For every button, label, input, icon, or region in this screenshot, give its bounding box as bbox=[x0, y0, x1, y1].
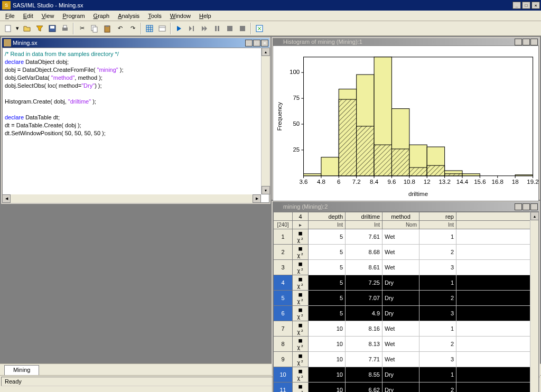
cell-driltime[interactable]: 7.71 bbox=[346, 352, 383, 367]
cell-method[interactable]: Dry bbox=[383, 367, 419, 382]
data-table[interactable]: 4 depth driltime method rep [240] ▸ Int … bbox=[273, 211, 539, 392]
maximize-button[interactable]: □ bbox=[522, 2, 530, 9]
table-row[interactable]: 7■ χ²108.16Wet1 bbox=[274, 321, 539, 337]
redo-button[interactable]: ↷ bbox=[127, 23, 138, 34]
col-depth[interactable]: depth bbox=[309, 212, 346, 221]
table-row[interactable]: 5■ χ²57.07Dry2 bbox=[274, 291, 539, 306]
row-marker[interactable]: ■ χ² bbox=[293, 229, 309, 245]
code-window-titlebar[interactable]: Mining.sx _ □ × bbox=[2, 38, 269, 48]
menu-file[interactable]: File bbox=[1, 12, 19, 20]
stop2-button[interactable] bbox=[237, 23, 248, 34]
menu-graph[interactable]: Graph bbox=[89, 12, 114, 20]
cell-rep[interactable]: 1 bbox=[419, 275, 456, 291]
save-button[interactable] bbox=[46, 23, 58, 34]
cell-method[interactable]: Dry bbox=[383, 382, 419, 393]
cell-depth[interactable]: 5 bbox=[309, 291, 346, 306]
cell-driltime[interactable]: 8.61 bbox=[346, 260, 383, 275]
cell-method[interactable]: Dry bbox=[383, 306, 419, 321]
print-button[interactable] bbox=[59, 23, 71, 34]
menu-analysis[interactable]: Analysis bbox=[114, 12, 144, 20]
row-marker[interactable]: ■ χ² bbox=[293, 367, 309, 382]
undo-button[interactable]: ↶ bbox=[114, 23, 126, 34]
cell-rep[interactable]: 2 bbox=[419, 382, 456, 393]
cell-driltime[interactable]: 6.62 bbox=[346, 382, 383, 393]
copy-button[interactable] bbox=[89, 23, 100, 34]
code-close-button[interactable]: × bbox=[261, 40, 268, 46]
cut-button[interactable]: ✂ bbox=[76, 23, 88, 34]
new-button[interactable] bbox=[2, 23, 14, 34]
col-count-header[interactable]: 4 bbox=[293, 212, 309, 221]
row-marker[interactable]: ■ χ² bbox=[293, 275, 309, 291]
row-marker[interactable]: ■ χ² bbox=[293, 245, 309, 260]
cell-rep[interactable]: 3 bbox=[419, 306, 456, 321]
table-window-titlebar[interactable]: mining (Mining):2 _ □ × bbox=[273, 202, 539, 211]
menu-edit[interactable]: Edit bbox=[19, 12, 38, 20]
histogram-minimize-button[interactable]: _ bbox=[515, 39, 522, 45]
cell-method[interactable]: Wet bbox=[383, 229, 419, 245]
scroll-down-icon[interactable]: ▼ bbox=[262, 186, 270, 194]
cell-rep[interactable]: 1 bbox=[419, 321, 456, 337]
row-marker[interactable]: ■ χ² bbox=[293, 352, 309, 367]
row-count-header[interactable]: [240] bbox=[274, 221, 293, 229]
cell-depth[interactable]: 10 bbox=[309, 337, 346, 352]
cell-driltime[interactable]: 8.16 bbox=[346, 321, 383, 337]
histogram-window-titlebar[interactable]: Histogram of mining (Mining):1 _ □ × bbox=[273, 38, 539, 45]
row-header[interactable]: 7 bbox=[274, 321, 293, 337]
table-row[interactable]: 11■ χ²106.62Dry2 bbox=[274, 382, 539, 393]
row-header[interactable]: 9 bbox=[274, 352, 293, 367]
cell-depth[interactable]: 5 bbox=[309, 229, 346, 245]
cell-depth[interactable]: 10 bbox=[309, 382, 346, 393]
cell-rep[interactable]: 1 bbox=[419, 367, 456, 382]
histogram-maximize-button[interactable]: □ bbox=[523, 39, 530, 45]
table-row[interactable]: 4■ χ²57.25Dry1 bbox=[274, 275, 539, 291]
cell-driltime[interactable]: 8.55 bbox=[346, 367, 383, 382]
row-marker[interactable]: ■ χ² bbox=[293, 382, 309, 393]
table-row[interactable]: 10■ χ²108.55Dry1 bbox=[274, 367, 539, 382]
cell-driltime[interactable]: 7.25 bbox=[346, 275, 383, 291]
cell-depth[interactable]: 5 bbox=[309, 260, 346, 275]
row-header[interactable]: 3 bbox=[274, 260, 293, 275]
cell-method[interactable]: Wet bbox=[383, 337, 419, 352]
cell-method[interactable]: Dry bbox=[383, 291, 419, 306]
code-editor[interactable]: /* Read in data from the samples directo… bbox=[2, 48, 269, 203]
cell-rep[interactable]: 3 bbox=[419, 352, 456, 367]
row-header[interactable]: 11 bbox=[274, 382, 293, 393]
cell-rep[interactable]: 2 bbox=[419, 245, 456, 260]
filter-button[interactable] bbox=[34, 23, 45, 34]
cell-rep[interactable]: 2 bbox=[419, 337, 456, 352]
cell-method[interactable]: Wet bbox=[383, 260, 419, 275]
table-maximize-button[interactable]: □ bbox=[523, 203, 530, 210]
col-rep[interactable]: rep bbox=[419, 212, 456, 221]
cell-driltime[interactable]: 7.61 bbox=[346, 229, 383, 245]
row-marker[interactable]: ■ χ² bbox=[293, 321, 309, 337]
table-row[interactable]: 9■ χ²107.71Wet3 bbox=[274, 352, 539, 367]
cell-depth[interactable]: 10 bbox=[309, 367, 346, 382]
table-scroll-up-icon[interactable]: ▲ bbox=[530, 212, 539, 220]
row-header[interactable]: 5 bbox=[274, 291, 293, 306]
cell-driltime[interactable]: 7.07 bbox=[346, 291, 383, 306]
code-maximize-button[interactable]: □ bbox=[253, 40, 260, 46]
row-marker[interactable]: ■ χ² bbox=[293, 306, 309, 321]
table-row[interactable]: 1■ χ²57.61Wet1 bbox=[274, 229, 539, 245]
new-dropdown[interactable]: ▾ bbox=[15, 23, 20, 34]
histogram-close-button[interactable]: × bbox=[530, 39, 538, 45]
cell-rep[interactable]: 3 bbox=[419, 260, 456, 275]
cell-depth[interactable]: 10 bbox=[309, 352, 346, 367]
scroll-right-icon[interactable]: ▶ bbox=[253, 194, 261, 203]
run-button[interactable] bbox=[173, 23, 185, 34]
minimize-button[interactable]: _ bbox=[512, 2, 521, 9]
cell-method[interactable]: Wet bbox=[383, 321, 419, 337]
row-header[interactable]: 6 bbox=[274, 306, 293, 321]
close-button[interactable]: × bbox=[531, 2, 540, 9]
cell-method[interactable]: Wet bbox=[383, 245, 419, 260]
code-minimize-button[interactable]: _ bbox=[245, 40, 253, 46]
row-header[interactable]: 10 bbox=[274, 367, 293, 382]
cell-rep[interactable]: 1 bbox=[419, 229, 456, 245]
col-method[interactable]: method bbox=[383, 212, 419, 221]
row-header[interactable]: 8 bbox=[274, 337, 293, 352]
grid-button[interactable] bbox=[144, 23, 155, 34]
cell-depth[interactable]: 5 bbox=[309, 306, 346, 321]
table-row[interactable]: 6■ χ²54.9Dry3 bbox=[274, 306, 539, 321]
table-row[interactable]: 2■ χ²58.68Wet2 bbox=[274, 245, 539, 260]
row-header[interactable]: 2 bbox=[274, 245, 293, 260]
